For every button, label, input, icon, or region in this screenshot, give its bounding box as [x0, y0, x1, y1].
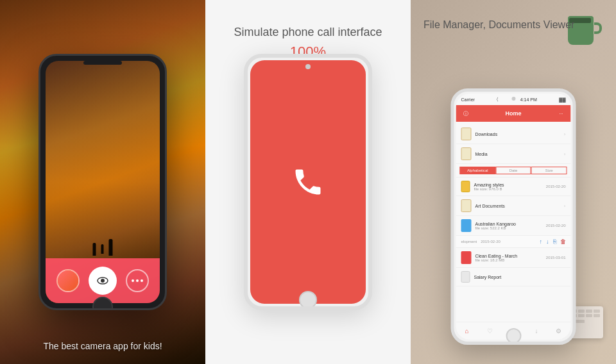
folder-downloads[interactable]: Downloads › [456, 124, 571, 144]
sort-alphabetical[interactable]: Alphabetical [460, 167, 496, 174]
info-icon[interactable]: ⓘ [461, 109, 470, 118]
sort-date[interactable]: Date [495, 167, 531, 174]
folder-media[interactable]: Media › [456, 144, 571, 164]
wifi-icon: 〈 [497, 97, 498, 102]
folder-arrow-downloads: › [564, 131, 566, 137]
phone-home-button-filemanager[interactable] [506, 328, 521, 343]
folder-art-arrow: › [564, 203, 566, 209]
bottom-home-icon[interactable]: ⌂ [465, 327, 468, 335]
battery-icon: ▓▓ [559, 97, 565, 102]
svg-point-1 [101, 279, 105, 283]
phone-notch-filemanager [511, 97, 515, 101]
delete-icon[interactable]: 🗑 [560, 238, 566, 245]
folder-downloads-label: Downloads [475, 132, 498, 136]
file-name-1: Amazing styles [474, 183, 504, 187]
bottom-settings-icon[interactable]: ⚙ [556, 327, 561, 335]
sort-size[interactable]: Size [531, 167, 567, 174]
action-row: elopment 2015-02-20 ↑ ↓ ⎘ 🗑 [456, 236, 571, 248]
action-date: elopment [461, 240, 477, 244]
phone-screen-filemanager: Carrier 〈 4:14 PM ▓▓ ⓘ Home ··· Download… [456, 94, 571, 340]
file-salary-report[interactable]: Salary Report [456, 268, 571, 286]
file-clean-eating[interactable]: Clean Eating - March file size: 18.2 MB … [456, 248, 571, 268]
folder-arrow-media: › [564, 151, 566, 157]
mug-handle [594, 22, 602, 34]
phone-home-button-call[interactable] [299, 291, 317, 309]
panel2-title: Simulate phone call interface [205, 26, 411, 39]
file-date-2: 2015-02-20 [546, 224, 566, 228]
file-australian-kangaroo[interactable]: Australian Kangaroo file size: 522.2 KB … [456, 216, 571, 236]
bottom-download-icon[interactable]: ↓ [535, 327, 538, 335]
folder-media-label: Media [475, 152, 488, 156]
nav-title: Home [505, 110, 521, 117]
upload-icon[interactable]: ↑ [540, 238, 543, 245]
action-date2: 2015-02-20 [481, 240, 501, 244]
avatar-thumbnail [56, 269, 80, 292]
phone-notch-camera [83, 61, 122, 65]
panel1-caption: The best camera app for kids! [0, 341, 205, 351]
sort-bar: Alphabetical Date Size [456, 164, 571, 178]
file-icon-doc1 [461, 181, 470, 192]
phone-handset-icon [291, 165, 325, 199]
download-icon[interactable]: ↓ [546, 238, 549, 245]
camera-shutter[interactable] [89, 267, 117, 295]
file-date-1: 2015-02-20 [546, 185, 566, 188]
folder-icon-downloads [461, 128, 472, 140]
folder-list: Downloads › Media › Alpha [456, 122, 571, 289]
more-options[interactable] [126, 269, 149, 292]
file-amazing-styles[interactable]: Amazing styles file size: 976.0 B 2015-0… [456, 178, 571, 196]
file-icon-img1 [461, 219, 472, 232]
carrier-label: Carrier [461, 97, 475, 102]
phone-frame-filemanager: Carrier 〈 4:14 PM ▓▓ ⓘ Home ··· Download… [451, 88, 576, 345]
panel3-title: File Manager, Documents Viewer [424, 19, 574, 31]
phone-screen-camera [46, 61, 160, 303]
file-name-2: Australian Kangaroo [475, 222, 516, 226]
panel-file-manager: File Manager, Documents Viewer Carrier 〈… [411, 0, 616, 364]
more-nav-icon[interactable]: ··· [556, 109, 565, 118]
file-meta-2: file size: 522.2 KB [475, 226, 516, 230]
phone-screen-call [250, 60, 366, 304]
phone-frame-call [244, 54, 372, 310]
nav-bar: ⓘ Home ··· [456, 105, 571, 122]
file-name-3: Clean Eating - March [475, 254, 518, 258]
time-label: 4:14 PM [520, 97, 537, 102]
phone-frame-camera [38, 54, 167, 310]
panel-phone-call: Simulate phone call interface 100% [205, 0, 411, 364]
file-icon-doc2 [461, 271, 470, 283]
phone-notch-call [305, 64, 311, 69]
folder-art-label: Art Documents [475, 204, 505, 208]
panel-camera: The best camera app for kids! [0, 0, 205, 364]
file-date-3: 2015-03-01 [546, 256, 566, 260]
folder-art-documents[interactable]: Art Documents › [456, 196, 571, 216]
file-icon-pdf1 [461, 251, 472, 264]
folder-icon-media [461, 147, 472, 160]
folder-icon-art [461, 199, 472, 212]
file-name-4: Salary Report [474, 275, 502, 279]
share-icon[interactable]: ⎘ [553, 238, 556, 245]
bottom-heart-icon[interactable]: ♡ [487, 327, 493, 335]
file-meta-1: file size: 976.0 B [474, 187, 504, 191]
file-meta-3: file size: 18.2 MB [475, 258, 518, 262]
